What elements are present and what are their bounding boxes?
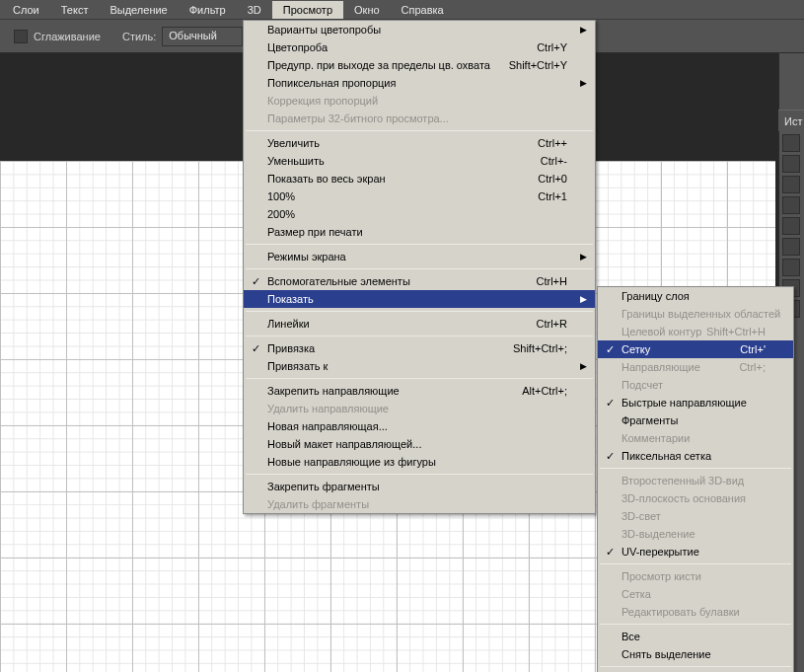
menu-item-фильтр[interactable]: Фильтр: [179, 1, 237, 19]
check-icon: ✓: [606, 343, 615, 356]
panel-slot[interactable]: [782, 196, 800, 214]
check-icon: ✓: [252, 275, 260, 288]
view-menu-item[interactable]: ✓ПривязкаShift+Ctrl+;: [244, 339, 595, 357]
menu-item-label: UV-перекрытие: [621, 546, 699, 558]
view-menu-item: Параметры 32-битного просмотра...: [244, 110, 595, 127]
menu-item-label: Предупр. при выходе за пределы цв. охват…: [267, 59, 490, 71]
menu-item-слои[interactable]: Слои: [2, 1, 50, 19]
view-menu-item[interactable]: ЦветопробаCtrl+Y: [244, 38, 595, 56]
view-menu-item: Коррекция пропорций: [244, 92, 595, 110]
menu-shortcut: Shift+Ctrl+H: [706, 326, 766, 337]
menu-item-label: Редактировать булавки: [621, 606, 740, 618]
panel-slot[interactable]: [782, 238, 800, 256]
view-menu-item: Удалить фрагменты: [244, 495, 595, 513]
menu-separator: [600, 666, 791, 667]
menu-item-label: Целевой контур: [621, 326, 701, 337]
menu-item-окно[interactable]: Окно: [343, 1, 391, 19]
check-icon: ✓: [606, 397, 615, 410]
menu-item-label: Коррекция пропорций: [267, 95, 378, 107]
show-submenu-item[interactable]: Снять выделение: [598, 645, 793, 663]
menu-item-label: Режимы экрана: [267, 251, 346, 262]
show-submenu-item[interactable]: Все: [598, 628, 793, 645]
view-menu-item[interactable]: 100%Ctrl+1: [244, 187, 595, 205]
menu-shortcut: Alt+Ctrl+;: [522, 385, 567, 397]
menu-separator: [246, 311, 593, 312]
check-icon: ✓: [252, 342, 260, 355]
view-menu-item[interactable]: Новая направляющая...: [244, 417, 595, 435]
show-submenu-item[interactable]: ✓Пиксельная сетка: [598, 447, 793, 465]
menu-item-label: Удалить фрагменты: [267, 498, 369, 510]
show-submenu-item[interactable]: ✓UV-перекрытие: [598, 543, 793, 560]
view-menu-item[interactable]: ЛинейкиCtrl+R: [244, 315, 595, 333]
show-submenu-item: 3D-выделение: [598, 525, 793, 543]
menu-shortcut: Ctrl+Y: [537, 41, 567, 53]
view-menu-item[interactable]: Предупр. при выходе за пределы цв. охват…: [244, 56, 595, 74]
panel-slot[interactable]: [782, 176, 800, 193]
show-submenu-item[interactable]: ✓Быстрые направляющие: [598, 394, 793, 411]
menu-item-label: Просмотр кисти: [621, 570, 701, 582]
view-menu-item[interactable]: Новые направляющие из фигуры: [244, 453, 595, 471]
view-menu-item[interactable]: Привязать к▶: [244, 357, 595, 375]
view-menu-item[interactable]: Закрепить фрагменты: [244, 478, 595, 495]
view-menu-item[interactable]: ✓Вспомогательные элементыCtrl+H: [244, 272, 595, 290]
menu-item-3d[interactable]: 3D: [237, 1, 272, 19]
menu-item-label: Фрагменты: [621, 414, 678, 426]
menu-item-label: 3D-свет: [621, 510, 661, 522]
menu-item-label: Пиксельная сетка: [621, 450, 711, 462]
menu-separator: [246, 378, 593, 379]
menu-item-label: Попиксельная пропорция: [267, 77, 396, 89]
check-icon: ✓: [606, 450, 615, 463]
show-submenu-item: Комментарии: [598, 429, 793, 447]
history-tab[interactable]: Ист: [778, 110, 804, 131]
menu-shortcut: Ctrl++: [538, 137, 567, 149]
submenu-arrow-icon: ▶: [580, 252, 587, 261]
view-menu-item[interactable]: Показать▶: [244, 290, 595, 308]
style-select[interactable]: Обычный: [162, 27, 243, 46]
menu-item-label: Уменьшить: [267, 155, 325, 167]
menu-shortcut: Shift+Ctrl+;: [513, 342, 567, 354]
panel-slot[interactable]: [782, 134, 800, 152]
view-menu-item[interactable]: 200%: [244, 205, 595, 223]
menu-item-label: Новые направляющие из фигуры: [267, 456, 436, 468]
menu-separator: [600, 468, 791, 469]
view-menu-item[interactable]: Размер при печати: [244, 223, 595, 241]
menu-item-label: Привязать к: [267, 360, 328, 372]
check-icon: ✓: [606, 546, 615, 559]
show-submenu-item[interactable]: Границу слоя: [598, 287, 793, 305]
style-label: Стиль:: [122, 31, 156, 42]
view-menu-item[interactable]: Режимы экрана▶: [244, 248, 595, 265]
menu-shortcut: Ctrl+-: [541, 155, 567, 167]
show-submenu-item: 3D-свет: [598, 507, 793, 525]
menu-item-label: Показать во весь экран: [267, 173, 386, 185]
menu-item-label: Варианты цветопробы: [267, 24, 381, 36]
view-menu-item[interactable]: Попиксельная пропорция▶: [244, 74, 595, 92]
view-menu-dropdown: Варианты цветопробы▶ЦветопробаCtrl+YПред…: [243, 20, 596, 514]
show-submenu-dropdown: Границу слояГраницы выделенных областейЦ…: [597, 286, 794, 672]
show-submenu-item: Границы выделенных областей: [598, 305, 793, 323]
show-submenu-item: Подсчет: [598, 376, 793, 394]
view-menu-item[interactable]: Новый макет направляющей...: [244, 435, 595, 453]
menu-item-label: Привязка: [267, 342, 315, 354]
view-menu-item[interactable]: Показать во весь экранCtrl+0: [244, 170, 595, 187]
view-menu-item[interactable]: Варианты цветопробы▶: [244, 21, 595, 38]
view-menu-item[interactable]: Закрепить направляющиеAlt+Ctrl+;: [244, 382, 595, 400]
menu-item-текст[interactable]: Текст: [50, 1, 100, 19]
view-menu-item[interactable]: УвеличитьCtrl++: [244, 134, 595, 152]
smoothing-checkbox[interactable]: [14, 30, 28, 43]
panel-slot[interactable]: [782, 259, 800, 276]
menu-item-label: 3D-плоскость основания: [621, 492, 746, 504]
show-submenu-item: Сетка: [598, 585, 793, 603]
show-submenu-item[interactable]: Фрагменты: [598, 411, 793, 429]
panel-slot[interactable]: [782, 155, 800, 173]
panel-slot[interactable]: [782, 217, 800, 235]
menu-item-просмотр[interactable]: Просмотр: [272, 1, 343, 19]
show-submenu-item: 3D-плоскость основания: [598, 489, 793, 507]
menu-item-справка[interactable]: Справка: [391, 1, 455, 19]
view-menu-item[interactable]: УменьшитьCtrl+-: [244, 152, 595, 170]
menu-item-label: Направляющие: [621, 361, 700, 373]
menu-item-выделение[interactable]: Выделение: [99, 1, 178, 19]
show-submenu-item[interactable]: ✓СеткуCtrl+': [598, 340, 793, 358]
menu-item-label: Увеличить: [267, 137, 320, 149]
menu-item-label: 100%: [267, 190, 295, 202]
menu-shortcut: Ctrl+': [740, 343, 766, 355]
